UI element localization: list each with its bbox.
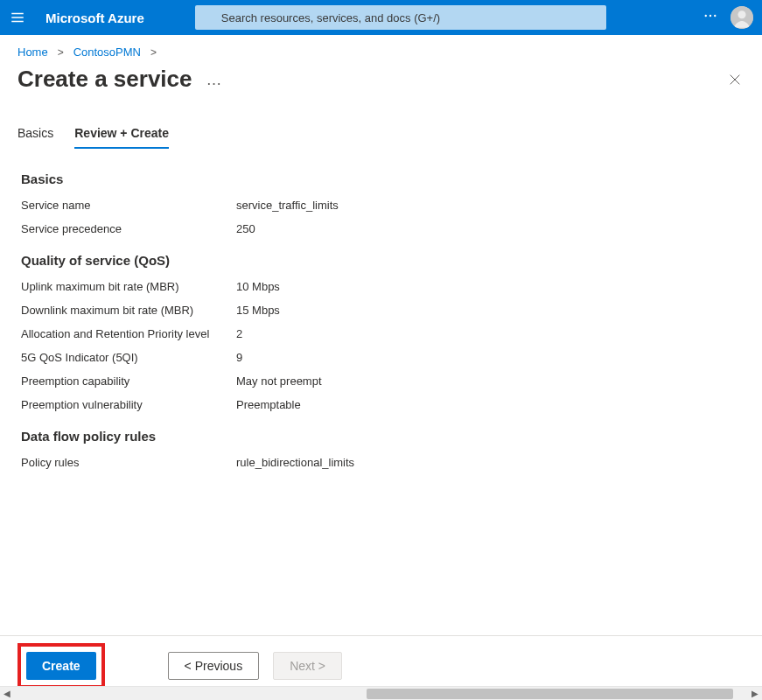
kv-label: Downlink maximum bit rate (MBR) [21, 304, 236, 317]
kv-value: 9 [236, 351, 242, 364]
kv-label: Preemption capability [21, 374, 236, 388]
search-wrap [195, 5, 606, 30]
search-input[interactable] [195, 5, 606, 30]
svg-point-6 [710, 15, 711, 17]
next-button: Next > [273, 652, 342, 680]
section-header-rules: Data flow policy rules [21, 429, 745, 444]
title-more-icon[interactable]: … [206, 72, 222, 88]
chevron-right-icon: > [148, 46, 157, 59]
avatar[interactable] [731, 6, 753, 29]
tabs: Basics Review + Create [0, 100, 762, 149]
kv-value: 250 [236, 222, 255, 235]
kv-label: Allocation and Retention Priority level [21, 327, 236, 340]
scroll-track[interactable] [14, 687, 748, 701]
section-header-basics: Basics [21, 172, 745, 186]
kv-value: Preemptable [236, 398, 301, 411]
kv-value: service_traffic_limits [236, 199, 339, 212]
kv-value: May not preempt [236, 374, 322, 388]
create-button[interactable]: Create [26, 652, 96, 680]
tab-basics[interactable]: Basics [17, 126, 53, 149]
kv-row: Downlink maximum bit rate (MBR) 15 Mbps [21, 304, 745, 317]
kv-value: 15 Mbps [236, 304, 280, 317]
kv-row: 5G QoS Indicator (5QI) 9 [21, 351, 745, 364]
more-actions-icon[interactable] [703, 8, 718, 27]
kv-row: Uplink maximum bit rate (MBR) 10 Mbps [21, 280, 745, 293]
kv-value: rule_bidirectional_limits [236, 456, 354, 469]
footer-bar: Create < Previous Next > [0, 635, 762, 686]
kv-row: Service precedence 250 [21, 222, 745, 235]
breadcrumb-item-home[interactable]: Home [17, 46, 48, 59]
svg-point-7 [714, 15, 716, 17]
kv-label: Policy rules [21, 456, 236, 469]
kv-value: 2 [236, 327, 242, 340]
horizontal-scrollbar[interactable]: ◀ ▶ [0, 686, 762, 700]
top-bar: Microsoft Azure [0, 0, 762, 35]
svg-point-9 [738, 10, 745, 18]
section-header-qos: Quality of service (QoS) [21, 253, 745, 268]
hamburger-icon[interactable] [9, 9, 26, 26]
kv-row: Policy rules rule_bidirectional_limits [21, 456, 745, 469]
kv-label: Uplink maximum bit rate (MBR) [21, 280, 236, 293]
tab-review-create[interactable]: Review + Create [74, 126, 169, 149]
kv-row: Service name service_traffic_limits [21, 199, 745, 212]
breadcrumb-item-contosopmn[interactable]: ContosoPMN [73, 46, 141, 59]
breadcrumb: Home > ContosoPMN > [0, 35, 762, 64]
kv-row: Preemption vulnerability Preemptable [21, 398, 745, 411]
kv-row: Preemption capability May not preempt [21, 374, 745, 388]
kv-label: Preemption vulnerability [21, 398, 236, 411]
svg-point-5 [705, 15, 707, 17]
kv-label: 5G QoS Indicator (5QI) [21, 351, 236, 364]
kv-row: Allocation and Retention Priority level … [21, 327, 745, 340]
scroll-left-arrow-icon[interactable]: ◀ [0, 687, 14, 701]
scroll-right-arrow-icon[interactable]: ▶ [748, 687, 762, 701]
kv-value: 10 Mbps [236, 280, 280, 293]
kv-label: Service precedence [21, 222, 236, 235]
close-button[interactable] [725, 70, 745, 89]
scroll-thumb[interactable] [367, 689, 734, 699]
brand-label[interactable]: Microsoft Azure [45, 10, 144, 25]
page-title: Create a service [17, 66, 192, 93]
chevron-right-icon: > [54, 46, 66, 59]
kv-label: Service name [21, 199, 236, 212]
content-scroll[interactable]: Basics Service name service_traffic_limi… [0, 149, 762, 637]
title-row: Create a service … [0, 64, 762, 100]
highlight-box: Create [17, 643, 105, 689]
previous-button[interactable]: < Previous [168, 652, 260, 680]
